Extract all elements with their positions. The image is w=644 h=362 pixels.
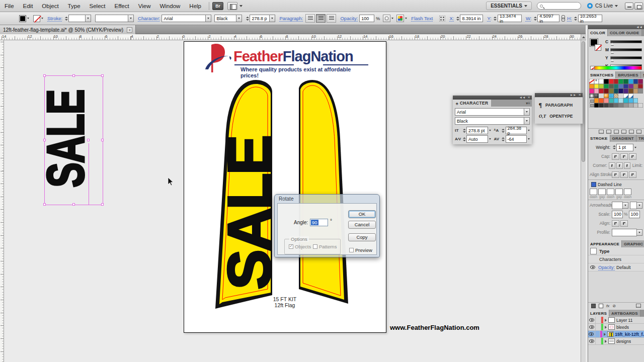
new-swatch-icon[interactable] (629, 130, 634, 134)
preview-checkbox-row[interactable]: Preview (349, 247, 372, 253)
swatch-options-icon[interactable] (614, 130, 619, 134)
arrowhead-end-dropdown[interactable] (637, 202, 642, 209)
disclosure-triangle-icon[interactable] (605, 340, 607, 343)
swatch[interactable] (589, 79, 594, 84)
swatch[interactable] (599, 79, 604, 84)
char-leading-stepper[interactable] (501, 127, 506, 134)
tab-swatches-symbols[interactable]: SYMBOLS (641, 71, 644, 78)
appearance-row-opacity[interactable]: Opacity: Default (588, 263, 644, 272)
disclosure-triangle-icon[interactable] (604, 333, 606, 336)
layer-visibility-toggle[interactable] (588, 324, 596, 330)
font-family-dropdown[interactable] (206, 15, 211, 22)
swatch[interactable] (604, 103, 609, 108)
flag-sale-text[interactable]: SALE (223, 118, 279, 309)
feather-flags-graphic[interactable] (184, 42, 387, 333)
flash-text-link[interactable]: Flash Text (411, 16, 433, 21)
arrowhead-start-dropdown[interactable] (623, 202, 628, 209)
color-fill-stroke-indicator[interactable] (590, 39, 603, 54)
dashed-line-checkbox[interactable] (591, 182, 596, 187)
type-panels-dock[interactable]: ►►✕ ¶ PARAGRAPH O,T OPENTYPE (535, 93, 583, 124)
menu-select[interactable]: Select (85, 0, 110, 12)
copy-button[interactable]: Copy (348, 233, 376, 241)
swatch[interactable] (633, 94, 638, 99)
collapse-arrows-icon[interactable]: ◄◄ (636, 26, 642, 29)
swatch[interactable] (599, 94, 604, 99)
layer-lock-toggle[interactable] (596, 338, 601, 344)
swatch[interactable] (609, 94, 614, 99)
swatch[interactable] (614, 88, 619, 94)
y-stepper[interactable] (493, 15, 498, 22)
swatch[interactable] (618, 84, 623, 89)
slider-marker[interactable] (611, 43, 614, 45)
swatch[interactable] (628, 94, 633, 99)
tab-layers-layers[interactable]: LAYERS (588, 310, 609, 317)
gap-field[interactable] (598, 189, 606, 195)
x-field[interactable]: 8.3914 in (460, 15, 483, 22)
layer-thumbnail[interactable] (608, 317, 615, 323)
objects-checkbox[interactable] (289, 244, 293, 249)
ok-button[interactable]: OK (348, 210, 376, 218)
swatch[interactable] (628, 84, 633, 89)
menu-view[interactable]: View (134, 0, 155, 12)
stroke-swatch[interactable] (595, 44, 601, 51)
tab-character[interactable]: ⬘CHARACTER (453, 100, 491, 107)
menu-type[interactable]: Type (63, 0, 85, 12)
stroke-weight-dropdown[interactable] (86, 15, 91, 22)
swatch[interactable] (633, 98, 638, 103)
swatch[interactable] (604, 79, 609, 84)
dash-field[interactable] (624, 189, 631, 195)
menu-edit[interactable]: Edit (19, 0, 38, 12)
char-style-dropdown[interactable] (524, 117, 530, 125)
layer-lock-toggle[interactable] (596, 317, 601, 323)
close-icon[interactable]: ✕ (528, 96, 530, 99)
swatch[interactable] (638, 79, 643, 84)
swatch[interactable] (589, 88, 594, 94)
tab-layers-artboards[interactable]: ARTBOARDS (609, 310, 640, 317)
appearance-row-characters[interactable]: Characters (588, 255, 644, 263)
menu-window[interactable]: Window (155, 0, 185, 12)
swatch[interactable] (633, 79, 638, 84)
swatch[interactable] (609, 103, 614, 108)
swatch[interactable] (609, 98, 614, 103)
gap-field[interactable] (615, 189, 623, 195)
opacity-label[interactable]: Opacity: (340, 16, 358, 21)
swatch[interactable] (599, 98, 604, 103)
swatch[interactable] (638, 94, 643, 99)
document-tab-close-icon[interactable]: x (127, 27, 132, 33)
right-flag-body[interactable] (300, 82, 344, 300)
swatch[interactable] (599, 103, 604, 108)
dash-field[interactable] (590, 189, 597, 195)
collapse-arrows-icon[interactable]: ◄◄ (519, 96, 526, 99)
opacity-mask-icon[interactable] (383, 15, 390, 22)
swatch[interactable] (623, 88, 628, 94)
weight-field[interactable]: 1 pt (616, 144, 633, 151)
slider-marker[interactable] (611, 59, 614, 61)
channel-c[interactable]: C (605, 38, 642, 45)
type-panels-grip[interactable]: ►►✕ (535, 93, 583, 97)
align-right-button[interactable] (327, 14, 336, 23)
y-label[interactable]: Y: (487, 16, 491, 21)
layer-row-bleeds[interactable]: bleeds (588, 324, 644, 331)
swatch-kinds-icon[interactable] (606, 130, 611, 134)
selection-handle[interactable] (43, 74, 46, 77)
swatch[interactable] (594, 98, 599, 103)
new-fill-icon[interactable] (599, 304, 603, 308)
swatch[interactable] (618, 88, 623, 94)
arrange-documents-caret[interactable] (239, 5, 243, 7)
arrowhead-start-field[interactable] (612, 202, 623, 209)
vertical-scrollbar[interactable] (581, 34, 586, 362)
w-field[interactable]: 4.5097 in (537, 15, 559, 22)
selection-handle[interactable] (72, 74, 75, 77)
scale-start-field[interactable]: 100 (612, 211, 623, 218)
layer-name[interactable]: bleeds (616, 325, 629, 330)
h-stepper[interactable] (574, 15, 578, 22)
tab-stroke-stroke[interactable]: STROKE (588, 135, 610, 142)
swatch[interactable] (614, 79, 619, 84)
swatch[interactable] (589, 103, 594, 108)
layer-thumbnail[interactable] (608, 338, 615, 344)
paragraph-label[interactable]: Paragraph: (279, 16, 303, 21)
swatch[interactable] (609, 79, 614, 84)
tab-stroke-transpar[interactable]: TRANSPAR (636, 135, 644, 142)
canvas[interactable]: FeatherFlagNation Where quality products… (5, 40, 581, 362)
reference-point-icon[interactable] (439, 16, 445, 22)
